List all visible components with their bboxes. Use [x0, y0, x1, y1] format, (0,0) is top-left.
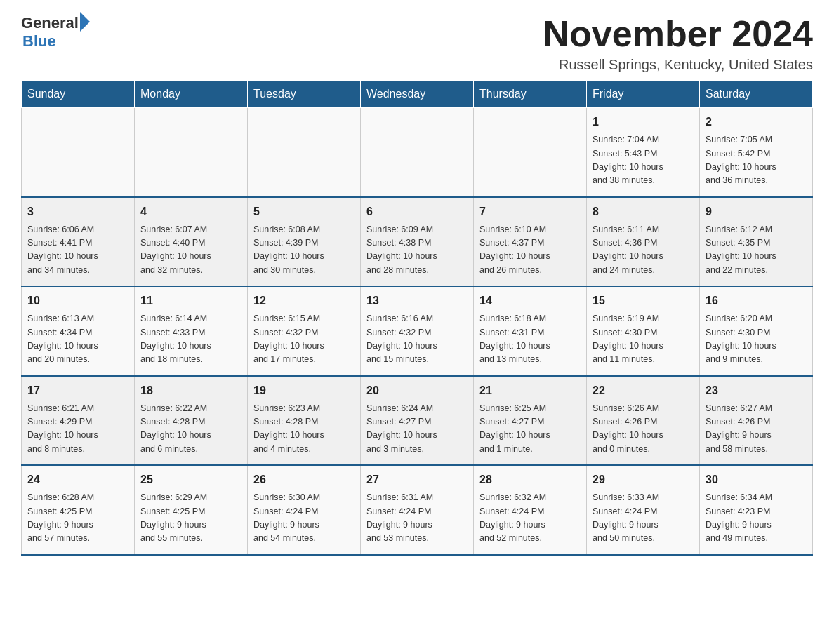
logo: General Blue [21, 14, 90, 51]
calendar-cell: 18Sunrise: 6:22 AMSunset: 4:28 PMDayligh… [135, 376, 248, 466]
calendar-cell: 13Sunrise: 6:16 AMSunset: 4:32 PMDayligh… [361, 286, 474, 376]
day-info: Sunrise: 6:30 AMSunset: 4:24 PMDaylight:… [253, 491, 355, 546]
day-info: Sunrise: 6:16 AMSunset: 4:32 PMDaylight:… [366, 312, 468, 367]
day-info: Sunrise: 6:11 AMSunset: 4:36 PMDaylight:… [593, 223, 694, 278]
calendar-cell: 10Sunrise: 6:13 AMSunset: 4:34 PMDayligh… [22, 286, 135, 376]
day-number: 16 [706, 293, 807, 309]
week-row-2: 3Sunrise: 6:06 AMSunset: 4:41 PMDaylight… [22, 197, 813, 287]
logo-general-text: General [21, 14, 79, 32]
day-number: 18 [140, 382, 241, 399]
day-number: 26 [253, 471, 355, 488]
calendar-cell: 26Sunrise: 6:30 AMSunset: 4:24 PMDayligh… [248, 465, 361, 555]
day-number: 24 [27, 471, 128, 488]
day-info: Sunrise: 6:29 AMSunset: 4:25 PMDaylight:… [140, 491, 241, 546]
header-cell-thursday: Thursday [474, 81, 587, 108]
day-number: 25 [140, 471, 241, 488]
calendar-table: SundayMondayTuesdayWednesdayThursdayFrid… [21, 80, 813, 556]
day-number: 9 [706, 203, 807, 220]
header-cell-friday: Friday [587, 81, 700, 108]
day-number: 1 [593, 114, 694, 130]
calendar-cell: 12Sunrise: 6:15 AMSunset: 4:32 PMDayligh… [248, 286, 361, 376]
day-info: Sunrise: 7:05 AMSunset: 5:42 PMDaylight:… [706, 133, 807, 188]
calendar-cell [22, 108, 135, 197]
day-info: Sunrise: 6:21 AMSunset: 4:29 PMDaylight:… [27, 402, 128, 457]
day-info: Sunrise: 6:33 AMSunset: 4:24 PMDaylight:… [593, 491, 694, 546]
day-number: 7 [479, 203, 581, 220]
day-info: Sunrise: 6:15 AMSunset: 4:32 PMDaylight:… [253, 312, 355, 367]
day-number: 14 [479, 293, 581, 309]
logo-triangle-icon [80, 12, 90, 32]
day-number: 5 [253, 203, 355, 220]
calendar-cell: 17Sunrise: 6:21 AMSunset: 4:29 PMDayligh… [22, 376, 135, 466]
calendar-cell [474, 108, 587, 197]
calendar-cell: 2Sunrise: 7:05 AMSunset: 5:42 PMDaylight… [700, 108, 813, 197]
calendar-cell: 15Sunrise: 6:19 AMSunset: 4:30 PMDayligh… [587, 286, 700, 376]
day-number: 21 [479, 382, 581, 399]
calendar-body: 1Sunrise: 7:04 AMSunset: 5:43 PMDaylight… [22, 108, 813, 555]
header-row: SundayMondayTuesdayWednesdayThursdayFrid… [22, 81, 813, 108]
header-cell-monday: Monday [135, 81, 248, 108]
day-number: 27 [366, 471, 468, 488]
day-number: 8 [593, 203, 694, 220]
day-info: Sunrise: 6:10 AMSunset: 4:37 PMDaylight:… [479, 223, 581, 278]
day-number: 19 [253, 382, 355, 399]
calendar-cell: 23Sunrise: 6:27 AMSunset: 4:26 PMDayligh… [700, 376, 813, 466]
calendar-cell: 25Sunrise: 6:29 AMSunset: 4:25 PMDayligh… [135, 465, 248, 555]
calendar-cell: 6Sunrise: 6:09 AMSunset: 4:38 PMDaylight… [361, 197, 474, 287]
day-number: 23 [706, 382, 807, 399]
header-cell-tuesday: Tuesday [248, 81, 361, 108]
calendar-cell: 5Sunrise: 6:08 AMSunset: 4:39 PMDaylight… [248, 197, 361, 287]
calendar-cell [248, 108, 361, 197]
day-number: 29 [593, 471, 694, 488]
calendar-cell: 29Sunrise: 6:33 AMSunset: 4:24 PMDayligh… [587, 465, 700, 555]
day-number: 11 [140, 293, 241, 309]
day-number: 22 [593, 382, 694, 399]
calendar-cell [135, 108, 248, 197]
day-number: 28 [479, 471, 581, 488]
title-section: November 2024 Russell Springs, Kentucky,… [543, 14, 813, 73]
day-info: Sunrise: 6:09 AMSunset: 4:38 PMDaylight:… [366, 223, 468, 278]
day-number: 6 [366, 203, 468, 220]
day-info: Sunrise: 6:14 AMSunset: 4:33 PMDaylight:… [140, 312, 241, 367]
calendar-cell: 11Sunrise: 6:14 AMSunset: 4:33 PMDayligh… [135, 286, 248, 376]
day-number: 15 [593, 293, 694, 309]
calendar-cell: 21Sunrise: 6:25 AMSunset: 4:27 PMDayligh… [474, 376, 587, 466]
day-number: 17 [27, 382, 128, 399]
day-info: Sunrise: 6:27 AMSunset: 4:26 PMDaylight:… [706, 402, 807, 457]
day-info: Sunrise: 6:22 AMSunset: 4:28 PMDaylight:… [140, 402, 241, 457]
calendar-cell: 14Sunrise: 6:18 AMSunset: 4:31 PMDayligh… [474, 286, 587, 376]
calendar-cell: 19Sunrise: 6:23 AMSunset: 4:28 PMDayligh… [248, 376, 361, 466]
day-info: Sunrise: 6:28 AMSunset: 4:25 PMDaylight:… [27, 491, 128, 546]
day-info: Sunrise: 6:08 AMSunset: 4:39 PMDaylight:… [253, 223, 355, 278]
day-number: 10 [27, 293, 128, 309]
calendar-cell: 20Sunrise: 6:24 AMSunset: 4:27 PMDayligh… [361, 376, 474, 466]
day-info: Sunrise: 6:31 AMSunset: 4:24 PMDaylight:… [366, 491, 468, 546]
calendar-cell: 16Sunrise: 6:20 AMSunset: 4:30 PMDayligh… [700, 286, 813, 376]
calendar-cell: 3Sunrise: 6:06 AMSunset: 4:41 PMDaylight… [22, 197, 135, 287]
calendar-cell: 30Sunrise: 6:34 AMSunset: 4:23 PMDayligh… [700, 465, 813, 555]
calendar-cell: 1Sunrise: 7:04 AMSunset: 5:43 PMDaylight… [587, 108, 700, 197]
day-info: Sunrise: 6:23 AMSunset: 4:28 PMDaylight:… [253, 402, 355, 457]
day-info: Sunrise: 7:04 AMSunset: 5:43 PMDaylight:… [593, 133, 694, 188]
calendar-cell: 4Sunrise: 6:07 AMSunset: 4:40 PMDaylight… [135, 197, 248, 287]
week-row-4: 17Sunrise: 6:21 AMSunset: 4:29 PMDayligh… [22, 376, 813, 466]
calendar-cell: 9Sunrise: 6:12 AMSunset: 4:35 PMDaylight… [700, 197, 813, 287]
week-row-1: 1Sunrise: 7:04 AMSunset: 5:43 PMDaylight… [22, 108, 813, 197]
day-number: 20 [366, 382, 468, 399]
week-row-3: 10Sunrise: 6:13 AMSunset: 4:34 PMDayligh… [22, 286, 813, 376]
page-subtitle: Russell Springs, Kentucky, United States [543, 57, 813, 73]
header-cell-saturday: Saturday [700, 81, 813, 108]
day-number: 13 [366, 293, 468, 309]
day-number: 12 [253, 293, 355, 309]
day-number: 2 [706, 114, 807, 130]
calendar-cell: 27Sunrise: 6:31 AMSunset: 4:24 PMDayligh… [361, 465, 474, 555]
day-info: Sunrise: 6:06 AMSunset: 4:41 PMDaylight:… [27, 223, 128, 278]
calendar-cell: 22Sunrise: 6:26 AMSunset: 4:26 PMDayligh… [587, 376, 700, 466]
header-cell-wednesday: Wednesday [361, 81, 474, 108]
day-info: Sunrise: 6:13 AMSunset: 4:34 PMDaylight:… [27, 312, 128, 367]
calendar-cell: 24Sunrise: 6:28 AMSunset: 4:25 PMDayligh… [22, 465, 135, 555]
page-header: General Blue November 2024 Russell Sprin… [21, 14, 813, 73]
header-cell-sunday: Sunday [22, 81, 135, 108]
day-info: Sunrise: 6:25 AMSunset: 4:27 PMDaylight:… [479, 402, 581, 457]
day-info: Sunrise: 6:20 AMSunset: 4:30 PMDaylight:… [706, 312, 807, 367]
